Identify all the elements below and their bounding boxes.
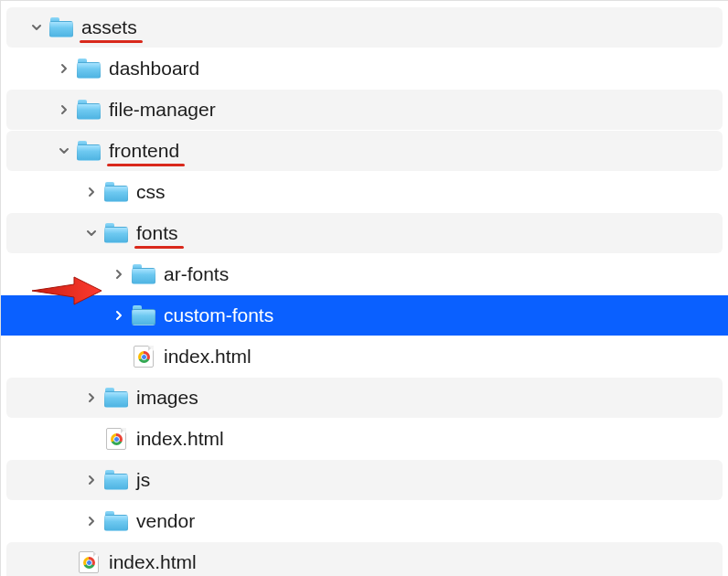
folder-icon xyxy=(48,16,74,39)
folder-icon xyxy=(131,304,156,327)
tree-item-label: index.html xyxy=(164,346,252,368)
html-file-icon xyxy=(103,427,129,451)
chevron-right-icon xyxy=(58,556,70,569)
tree-item-label: vendor xyxy=(136,510,195,532)
folder-icon xyxy=(103,221,129,245)
tree-item-dashboard[interactable]: dashboard xyxy=(6,48,723,89)
tree-item-assets-index[interactable]: index.html xyxy=(6,542,723,576)
folder-icon xyxy=(103,180,129,204)
chevron-down-icon[interactable] xyxy=(30,21,43,34)
chevron-right-icon xyxy=(85,432,98,445)
tree-item-fonts-index[interactable]: index.html xyxy=(6,336,723,377)
chevron-right-icon[interactable] xyxy=(85,515,98,528)
tree-item-images[interactable]: images xyxy=(6,378,723,418)
tree-item-js[interactable]: js xyxy=(6,460,723,500)
chevron-right-icon[interactable] xyxy=(58,103,70,116)
folder-icon xyxy=(103,509,129,533)
chevron-right-icon[interactable] xyxy=(85,474,98,486)
chevron-right-icon[interactable] xyxy=(85,186,98,198)
tree-item-label: file-manager xyxy=(109,99,216,121)
tree-item-file-manager[interactable]: file-manager xyxy=(6,90,723,130)
chevron-down-icon[interactable] xyxy=(58,144,70,157)
folder-icon xyxy=(131,262,156,286)
tree-item-label: index.html xyxy=(109,551,197,573)
folder-icon xyxy=(76,57,102,80)
tree-item-fonts[interactable]: fonts xyxy=(6,213,723,253)
tree-item-css[interactable]: css xyxy=(6,172,723,212)
html-file-icon xyxy=(131,345,156,368)
tree-item-frontend[interactable]: frontend xyxy=(6,131,723,171)
file-tree: assetsdashboardfile-managerfrontendcssfo… xyxy=(1,1,728,576)
chevron-right-icon[interactable] xyxy=(58,62,70,75)
chevron-right-icon[interactable] xyxy=(112,268,125,281)
folder-icon xyxy=(76,98,102,122)
tree-item-ar-fonts[interactable]: ar-fonts xyxy=(6,254,723,294)
tree-item-label: css xyxy=(136,181,166,203)
folder-icon xyxy=(103,468,129,492)
html-file-icon xyxy=(76,550,102,574)
chevron-down-icon[interactable] xyxy=(85,227,98,240)
underline-annotation xyxy=(134,246,184,249)
chevron-right-icon xyxy=(112,350,125,363)
tree-item-fe-index[interactable]: index.html xyxy=(6,419,723,459)
tree-item-label: images xyxy=(136,387,198,409)
tree-item-label: custom-fonts xyxy=(164,304,273,326)
tree-item-label: ar-fonts xyxy=(164,263,229,285)
folder-icon xyxy=(76,139,102,163)
tree-item-label: js xyxy=(136,469,150,491)
tree-item-label: index.html xyxy=(136,428,224,450)
tree-item-vendor[interactable]: vendor xyxy=(6,501,723,541)
tree-item-assets[interactable]: assets xyxy=(6,7,723,48)
tree-item-custom-fonts[interactable]: custom-fonts xyxy=(1,295,728,336)
folder-icon xyxy=(103,386,129,410)
tree-item-label: frontend xyxy=(109,140,179,162)
underline-annotation xyxy=(107,164,185,166)
tree-item-label: dashboard xyxy=(109,58,199,80)
tree-item-label: assets xyxy=(81,16,137,38)
underline-annotation xyxy=(80,40,143,43)
tree-item-label: fonts xyxy=(136,222,178,244)
chevron-right-icon[interactable] xyxy=(112,309,125,322)
chevron-right-icon[interactable] xyxy=(85,391,98,404)
